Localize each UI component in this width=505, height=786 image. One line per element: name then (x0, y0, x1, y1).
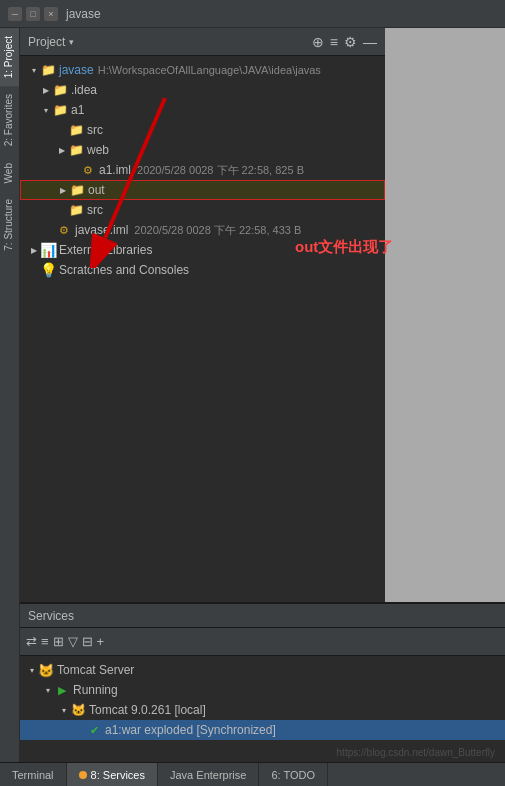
tree-item-src[interactable]: 📁 src (20, 120, 385, 140)
todo-tab-label: 6: TODO (271, 769, 315, 781)
arrow-icon (68, 164, 80, 176)
tree-item-a1[interactable]: ▾ 📁 a1 (20, 100, 385, 120)
tree-label: src (87, 203, 103, 217)
iml-file-icon: ⚙ (80, 162, 96, 178)
tab-services[interactable]: 8: Services (67, 763, 158, 787)
arrow-icon: ▶ (57, 184, 69, 196)
arrow-icon (56, 204, 68, 216)
tree-label: a1.iml (99, 163, 131, 177)
watermark: https://blog.csdn.net/dawn_Butterfly (337, 747, 495, 758)
service-item-a1war[interactable]: ✔ a1:war exploded [Synchronized] (20, 720, 505, 740)
tree-label: web (87, 143, 109, 157)
src-folder-icon: 📁 (68, 122, 84, 138)
tree-sublabel: H:\WorkspaceOfAllLanguage\JAVA\idea\java… (98, 64, 321, 76)
add-service-icon[interactable]: + (97, 634, 105, 649)
tree-item-scratches[interactable]: 💡 Scratches and Consoles (20, 260, 385, 280)
services-panel: Services ⇄ ≡ ⊞ ▽ ⊟ + ▾ 🐱 Tomcat Server ▾… (20, 602, 505, 762)
tab-java-enterprise[interactable]: Java Enterprise (158, 763, 259, 787)
menu-icon[interactable]: ≡ (41, 634, 49, 649)
arrow-icon: ▾ (28, 64, 40, 76)
services-header: Services (20, 604, 505, 628)
src-folder-icon2: 📁 (68, 202, 84, 218)
tree-label: Scratches and Consoles (59, 263, 189, 277)
running-icon: ▶ (54, 682, 70, 698)
module-icon: 📁 (52, 102, 68, 118)
tree-label: src (87, 123, 103, 137)
arrow-icon (28, 264, 40, 276)
panel-header: Project ▾ ⊕ ≡ ⚙ — (20, 28, 385, 56)
service-item-running[interactable]: ▾ ▶ Running (20, 680, 505, 700)
tree-label: javase.iml (75, 223, 128, 237)
minimize-icon[interactable]: ─ (8, 7, 22, 21)
out-folder-icon: 📁 (69, 182, 85, 198)
arrow-icon (44, 224, 56, 236)
arrow-icon: ▶ (28, 244, 40, 256)
arrow-icon: ▶ (40, 84, 52, 96)
tree-label: .idea (71, 83, 97, 97)
maximize-icon[interactable]: □ (26, 7, 40, 21)
arrow-icon: ▶ (56, 144, 68, 156)
panel-actions: ⊕ ≡ ⚙ — (312, 34, 377, 50)
window-controls[interactable]: ─ □ × (8, 7, 58, 21)
tab-terminal[interactable]: Terminal (0, 763, 67, 787)
tree-item-src2[interactable]: 📁 src (20, 200, 385, 220)
terminal-tab-label: Terminal (12, 769, 54, 781)
tree-item-javaseiml[interactable]: ⚙ javase.iml 2020/5/28 0028 下午 22:58, 43… (20, 220, 385, 240)
arrow-icon: ▾ (40, 104, 52, 116)
arrow-icon (56, 124, 68, 136)
arrow-icon (74, 724, 86, 736)
tree-item-idea[interactable]: ▶ 📁 .idea (20, 80, 385, 100)
title-bar: ─ □ × javase (0, 0, 505, 28)
tree-meta: 2020/5/28 0028 下午 22:58, 433 B (134, 223, 301, 238)
group-icon[interactable]: ⊞ (53, 634, 64, 649)
extlib-icon: 📊 (40, 242, 56, 258)
service-item-tomcat-server[interactable]: ▾ 🐱 Tomcat Server (20, 660, 505, 680)
iml-file-icon2: ⚙ (56, 222, 72, 238)
web-folder-icon: 📁 (68, 142, 84, 158)
tree-item-out[interactable]: ▶ 📁 out (20, 180, 385, 200)
sidebar-item-structure[interactable]: 7: Structure (0, 191, 19, 259)
service-item-tomcat-instance[interactable]: ▾ 🐱 Tomcat 9.0.261 [local] (20, 700, 505, 720)
tree-item-javase[interactable]: ▾ 📁 javase H:\WorkspaceOfAllLanguage\JAV… (20, 60, 385, 80)
collapse-all-icon[interactable]: ⊟ (82, 634, 93, 649)
tree-item-a1iml[interactable]: ⚙ a1.iml 2020/5/28 0028 下午 22:58, 825 B (20, 160, 385, 180)
panel-title: Project ▾ (28, 35, 74, 49)
collapse-icon[interactable]: ≡ (330, 34, 338, 50)
tree-label: External Libraries (59, 243, 152, 257)
dropdown-icon: ▾ (69, 37, 74, 47)
java-enterprise-tab-label: Java Enterprise (170, 769, 246, 781)
panel-title-text: Project (28, 35, 65, 49)
services-tab-label: 8: Services (91, 769, 145, 781)
tree-label: out (88, 183, 105, 197)
sidebar-item-project[interactable]: 1: Project (0, 28, 19, 86)
bottom-tabs: Terminal 8: Services Java Enterprise 6: … (0, 762, 505, 786)
tree-label: a1 (71, 103, 84, 117)
tomcat-server-label: Tomcat Server (57, 663, 134, 677)
close-icon[interactable]: × (44, 7, 58, 21)
artifact-icon: ✔ (86, 722, 102, 738)
sidebar-item-favorites[interactable]: 2: Favorites (0, 86, 19, 154)
window-title: javase (66, 7, 101, 21)
arrow-icon: ▾ (42, 684, 54, 696)
tree-meta: 2020/5/28 0028 下午 22:58, 825 B (137, 163, 304, 178)
services-tab-dot (79, 771, 87, 779)
sync-icon[interactable]: ⇄ (26, 634, 37, 649)
filter-icon[interactable]: ▽ (68, 634, 78, 649)
services-tree: ▾ 🐱 Tomcat Server ▾ ▶ Running ▾ 🐱 Tomcat… (20, 656, 505, 744)
folder-icon: 📁 (52, 82, 68, 98)
services-title: Services (28, 609, 74, 623)
services-toolbar: ⇄ ≡ ⊞ ▽ ⊟ + (20, 628, 505, 656)
settings-icon[interactable]: ⚙ (344, 34, 357, 50)
a1war-label: a1:war exploded [Synchronized] (105, 723, 276, 737)
tomcat-instance-icon: 🐱 (70, 702, 86, 718)
locate-icon[interactable]: ⊕ (312, 34, 324, 50)
project-icon: 📁 (40, 62, 56, 78)
tab-todo[interactable]: 6: TODO (259, 763, 328, 787)
sidebar-item-web[interactable]: Web (0, 155, 19, 191)
hide-icon[interactable]: — (363, 34, 377, 50)
scratches-icon: 💡 (40, 262, 56, 278)
left-tabs: 1: Project 2: Favorites Web 7: Structure (0, 28, 20, 786)
tree-item-web[interactable]: ▶ 📁 web (20, 140, 385, 160)
running-label: Running (73, 683, 118, 697)
arrow-icon: ▾ (58, 704, 70, 716)
